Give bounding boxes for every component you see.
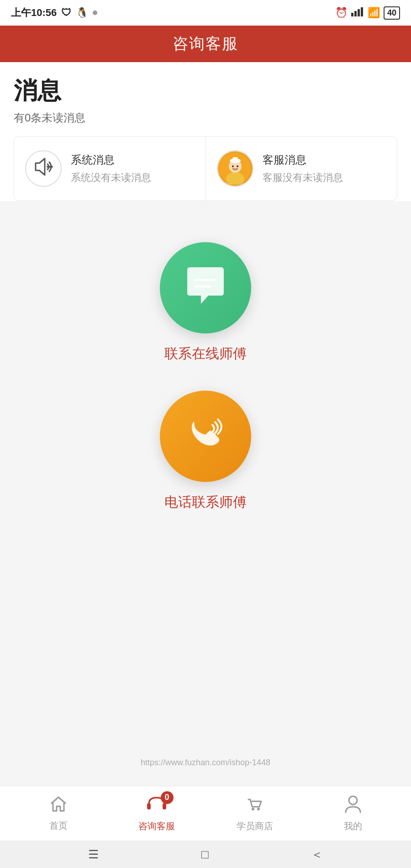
page-title: 咨询客服: [173, 33, 238, 54]
status-right: ⏰ 📶 40: [335, 6, 400, 20]
svg-rect-18: [163, 803, 166, 810]
phone-icon: [185, 415, 226, 458]
nav-label-shop: 学员商店: [237, 820, 273, 832]
action-area: 联系在线师傅 电话联系师傅: [0, 215, 411, 530]
mine-icon: [345, 795, 361, 817]
customer-message-icon: [217, 150, 253, 187]
shop-icon: [246, 795, 264, 817]
messages-heading: 消息: [14, 75, 397, 107]
nav-item-home[interactable]: 首页: [9, 795, 107, 832]
nav-item-consult[interactable]: 0 咨询客服: [107, 795, 206, 832]
nav-item-shop[interactable]: 学员商店: [206, 795, 304, 832]
system-nav-bar: ☰ □ ＜: [0, 841, 411, 868]
phone-action-item[interactable]: 电话联系师傅: [160, 391, 251, 512]
status-time: 上午10:56: [11, 6, 57, 20]
chat-action-item[interactable]: 联系在线师傅: [160, 242, 251, 363]
bottom-nav: 首页 0 咨询客服 学员商店: [0, 786, 411, 841]
customer-message-type: 客服消息: [263, 153, 343, 167]
system-message-text: 系统消息 系统没有未读消息: [71, 153, 151, 185]
back-button[interactable]: ＜: [311, 847, 323, 863]
svg-marker-4: [36, 159, 45, 175]
alarm-icon: ⏰: [335, 7, 348, 19]
customer-avatar: [218, 151, 253, 186]
main-content: 消息 有0条未读消息: [0, 62, 411, 786]
svg-point-19: [252, 808, 254, 810]
customer-message-item[interactable]: 客服消息 客服没有未读消息: [206, 137, 397, 201]
chat-action-circle: [160, 242, 251, 333]
messages-section: 消息 有0条未读消息: [0, 62, 411, 201]
nav-item-mine[interactable]: 我的: [304, 795, 402, 832]
shield-icon: 🛡: [61, 7, 71, 19]
status-left: 上午10:56 🛡 🐧: [11, 6, 97, 20]
speaker-icon: [33, 158, 54, 180]
nav-label-consult: 咨询客服: [138, 820, 175, 832]
qq-icon: 🐧: [76, 7, 88, 19]
phone-action-label: 电话联系师傅: [164, 493, 247, 512]
customer-message-text: 客服消息 客服没有未读消息: [263, 153, 343, 185]
svg-point-14: [237, 165, 238, 167]
customer-message-desc: 客服没有未读消息: [263, 171, 343, 185]
signal-icon: [351, 6, 364, 19]
svg-rect-0: [351, 13, 353, 16]
system-message-type: 系统消息: [71, 153, 151, 167]
svg-point-7: [51, 166, 53, 168]
menu-button[interactable]: ☰: [88, 847, 99, 862]
svg-rect-1: [354, 11, 357, 16]
svg-point-21: [349, 796, 357, 804]
svg-rect-3: [361, 7, 363, 16]
svg-rect-2: [358, 9, 360, 16]
wifi-icon: 📶: [368, 7, 380, 19]
messages-card: 系统消息 系统没有未读消息: [14, 136, 397, 201]
top-nav-bar: 咨询客服: [0, 26, 411, 62]
nav-label-mine: 我的: [344, 820, 362, 832]
consult-badge: 0: [161, 791, 174, 804]
system-message-desc: 系统没有未读消息: [71, 171, 151, 185]
home-icon: [49, 795, 68, 817]
phone-action-circle: [160, 391, 251, 482]
system-message-icon: [25, 150, 62, 187]
svg-point-20: [257, 808, 260, 810]
chat-action-label: 联系在线师傅: [164, 344, 247, 363]
battery-indicator: 40: [384, 6, 400, 20]
svg-point-5: [47, 166, 48, 168]
svg-rect-17: [147, 803, 151, 810]
home-button[interactable]: □: [201, 847, 209, 862]
svg-rect-12: [232, 157, 238, 162]
status-dot: [93, 11, 97, 15]
svg-point-13: [232, 165, 234, 167]
consult-badge-wrapper: 0: [145, 795, 168, 817]
svg-point-6: [49, 166, 51, 168]
unread-count-text: 有0条未读消息: [14, 111, 397, 125]
status-bar: 上午10:56 🛡 🐧 ⏰ 📶 40: [0, 0, 411, 26]
chat-bubble-icon: [183, 266, 228, 309]
nav-label-home: 首页: [49, 820, 68, 832]
system-message-item[interactable]: 系统消息 系统没有未读消息: [14, 137, 206, 201]
